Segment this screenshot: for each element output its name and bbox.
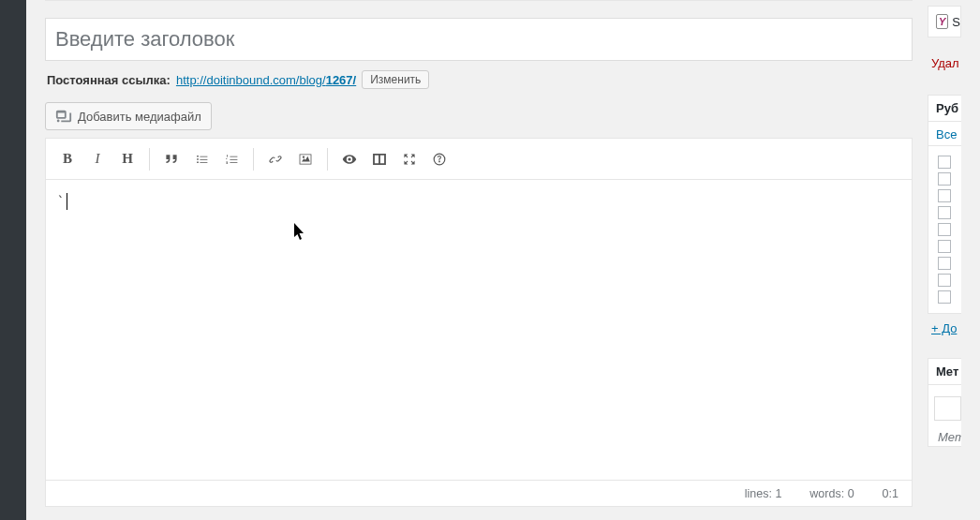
categories-list (928, 146, 961, 314)
cursor-position: 0:1 (883, 487, 898, 500)
image-icon (298, 152, 313, 167)
move-to-trash-link[interactable]: Удал (928, 49, 961, 78)
permalink-row: Постоянная ссылка: http://doitinbound.co… (47, 70, 913, 89)
categories-tab-all[interactable]: Все (928, 122, 961, 146)
eye-icon (342, 152, 357, 167)
side-by-side-button[interactable] (365, 145, 393, 173)
media-icon (55, 108, 72, 125)
editor-status-bar: lines: 1 words: 0 0:1 (46, 480, 912, 506)
link-button[interactable] (261, 145, 290, 173)
toolbar-separator (253, 148, 254, 171)
ol-button[interactable] (217, 145, 245, 173)
tags-heading[interactable]: Мет (928, 358, 961, 385)
add-media-label: Добавить медиафайл (78, 110, 201, 124)
columns-icon (372, 152, 387, 167)
preview-button[interactable] (335, 145, 364, 173)
ol-icon (224, 152, 239, 167)
post-title-input[interactable] (45, 18, 913, 61)
category-checkbox[interactable] (938, 206, 951, 219)
add-new-category-link[interactable]: + До (928, 314, 961, 341)
italic-button[interactable]: I (83, 145, 111, 173)
sidebar-column: Y S Удал Руб Все + До Мет (928, 0, 961, 507)
editor-content-text: ` (57, 194, 65, 208)
permalink-label: Постоянная ссылка: (47, 73, 171, 87)
toolbar-separator (149, 148, 150, 171)
category-checkbox[interactable] (938, 274, 951, 287)
permalink-url-prefix: http://doitinbound.com/blog/ (176, 73, 326, 87)
image-button[interactable] (291, 145, 319, 173)
fullscreen-button[interactable] (395, 145, 423, 173)
category-checkbox[interactable] (938, 156, 951, 169)
yoast-icon: Y (936, 14, 948, 29)
link-icon (268, 152, 283, 167)
permalink-url-slug: 1267/ (326, 73, 357, 87)
category-checkbox[interactable] (938, 290, 951, 304)
editor-textarea[interactable]: ` (46, 180, 912, 480)
yoast-panel[interactable]: Y S (928, 6, 961, 37)
tags-hint: Мет (934, 426, 961, 444)
ul-button[interactable] (187, 145, 215, 173)
help-icon (432, 152, 447, 167)
quote-button[interactable] (157, 145, 186, 173)
category-checkbox[interactable] (938, 223, 951, 236)
category-checkbox[interactable] (938, 257, 951, 270)
lines-counter: lines: 1 (745, 487, 782, 500)
edit-slug-button[interactable]: Изменить (362, 70, 429, 89)
ul-icon (194, 152, 209, 167)
category-checkbox[interactable] (938, 189, 951, 202)
quote-icon (164, 152, 179, 167)
admin-sidebar (0, 0, 26, 520)
words-counter: words: 0 (809, 487, 854, 500)
category-checkbox[interactable] (938, 240, 951, 253)
editor-container: B I H (45, 138, 913, 507)
text-cursor (67, 193, 67, 210)
toolbar-separator (327, 148, 328, 171)
main-content: Постоянная ссылка: http://doitinbound.co… (26, 0, 980, 520)
heading-button[interactable]: H (113, 145, 141, 173)
category-checkbox[interactable] (938, 172, 951, 186)
fullscreen-icon (402, 152, 417, 167)
help-button[interactable] (425, 145, 453, 173)
top-divider (45, 0, 913, 1)
bold-button[interactable]: B (53, 145, 82, 173)
add-media-button[interactable]: Добавить медиафайл (45, 102, 212, 130)
yoast-text: S (952, 15, 960, 29)
categories-heading[interactable]: Руб (928, 95, 961, 122)
tags-input[interactable] (934, 396, 961, 421)
permalink-link[interactable]: http://doitinbound.com/blog/1267/ (176, 73, 356, 87)
editor-toolbar: B I H (46, 139, 912, 180)
